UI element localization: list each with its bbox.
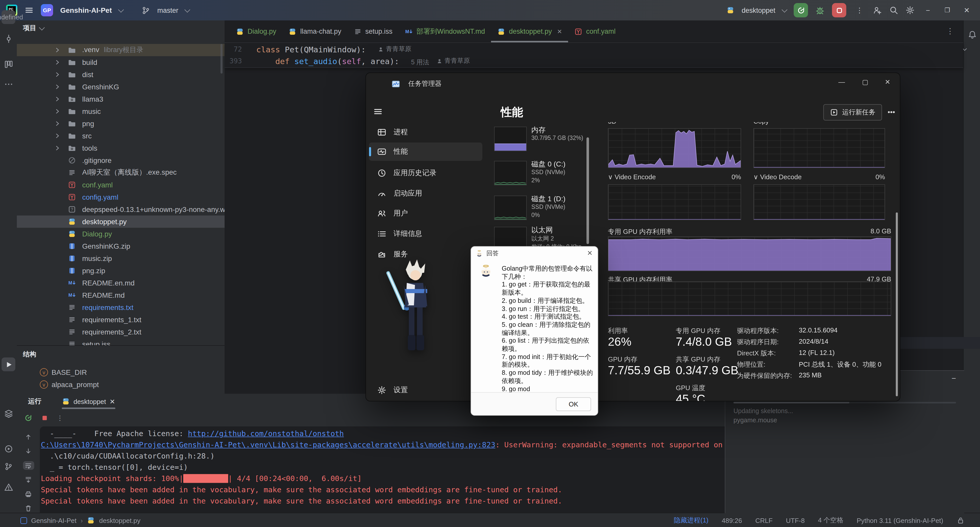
lock-icon[interactable] — [956, 516, 965, 524]
debug-button[interactable] — [815, 5, 825, 15]
tree-item-desktoppet.py[interactable]: desktoppet.py — [17, 215, 224, 228]
status-item-5[interactable]: Python 3.11 (Genshin-AI-Pet) — [857, 516, 943, 524]
console-scrolle-icon[interactable] — [23, 476, 34, 484]
tm-nav-用户[interactable]: 用户 — [369, 204, 482, 223]
run-config-selector[interactable]: desktoppet — [741, 6, 775, 14]
popup-minimize-icon[interactable]: − — [951, 374, 956, 382]
tm-close-button[interactable]: ✕ — [877, 73, 899, 91]
status-item-3[interactable]: UTF-8 — [786, 516, 805, 524]
tree-item-AI聊天室（离线版）.exe.spec[interactable]: AI聊天室（离线版）.exe.spec — [17, 167, 224, 179]
console-wrap-icon[interactable] — [23, 462, 34, 470]
layers-stripe-icon[interactable] — [2, 406, 15, 420]
kanban-stripe-icon[interactable] — [2, 57, 15, 71]
run-options-kebab[interactable]: ⋮ — [57, 414, 63, 422]
task-manager-titlebar[interactable]: 任务管理器 — ▢ ✕ — [366, 73, 900, 94]
tm-nav-burger-icon[interactable] — [373, 107, 383, 116]
settings-gear-icon[interactable] — [905, 6, 915, 15]
breadcrumb-file[interactable]: desktoppet.py — [99, 516, 140, 524]
close-tab-icon[interactable]: ✕ — [557, 28, 562, 35]
main-menu-burger-icon[interactable] — [24, 6, 34, 15]
search-everywhere-icon[interactable] — [889, 6, 898, 15]
sticky-line-393[interactable]: 393 def set_audio(self, area): 5 用法青青草原 — [224, 55, 963, 67]
tree-item-tools[interactable]: tools — [17, 142, 224, 154]
author-hint[interactable]: 青青草原 — [436, 55, 470, 67]
problems-stripe-icon[interactable] — [2, 480, 15, 494]
tree-item-requirements.txt[interactable]: requirements.txt — [17, 301, 224, 314]
commit-stripe-icon[interactable] — [2, 32, 15, 45]
editor-tab-部署到WindowsNT.md[interactable]: M 部署到WindowsNT.md — [399, 21, 491, 42]
tree-item-dist[interactable]: dist — [17, 68, 224, 81]
code-with-me-icon[interactable] — [873, 6, 882, 15]
vcs-branch-widget[interactable]: master — [157, 6, 178, 14]
more-actions-kebab[interactable]: ⋮ — [853, 6, 865, 14]
project-scrollbar[interactable] — [221, 44, 223, 73]
dialog-close-icon[interactable]: ✕ — [587, 249, 593, 257]
tm-run-new-task-button[interactable]: 运行新任务 — [823, 104, 882, 121]
tree-item-conf.yaml[interactable]: conf.yaml — [17, 179, 224, 191]
tm-minimize-button[interactable]: — — [830, 73, 853, 91]
tm-nav-启动应用[interactable]: 启动应用 — [369, 184, 482, 203]
editor-tab-conf.yaml[interactable]: conf.yaml — [568, 21, 622, 42]
console-up-icon[interactable] — [23, 433, 34, 441]
tm-entry-内存[interactable]: 内存30.7/95.7 GB (32%) — [494, 126, 587, 158]
more-stripe-icon[interactable] — [2, 77, 15, 91]
stop-icon[interactable] — [41, 414, 48, 422]
tm-entry-磁盘 0 (C:)[interactable]: 磁盘 0 (C:)SSD (NVMe)2% — [494, 160, 587, 193]
tree-item-png[interactable]: png — [17, 118, 224, 130]
console-down-icon[interactable] — [23, 447, 34, 455]
tree-item-README.md[interactable]: MREADME.md — [17, 289, 224, 301]
rerun-icon[interactable] — [24, 413, 33, 422]
project-widget[interactable]: Genshin-AI-Pet — [60, 6, 112, 14]
genshin-character-sprite[interactable] — [387, 258, 441, 353]
editor-tab-setup.iss[interactable]: setup.iss — [347, 21, 399, 42]
tree-item-build[interactable]: build — [17, 56, 224, 68]
sticky-line-72[interactable]: 72class Pet(QMainWindow): 青青草原 — [224, 43, 963, 55]
tab-options-kebab[interactable]: ⋮ — [946, 27, 954, 36]
usages-hint[interactable]: 5 用法 — [411, 56, 429, 68]
structure-item-BASE_DIR[interactable]: vBASE_DIR — [17, 366, 224, 378]
tm-settings-item[interactable]: 设置 — [377, 385, 408, 395]
tree-item-requirements_2.txt[interactable]: requirements_2.txt — [17, 326, 224, 338]
console-printer-icon[interactable] — [23, 490, 34, 498]
project-panel-title[interactable]: 项目 — [23, 24, 36, 33]
tree-item-README.en.md[interactable]: MREADME.en.md — [17, 277, 224, 289]
tm-list-scrollbar[interactable] — [587, 137, 589, 244]
author-hint[interactable]: 青青草原 — [378, 43, 411, 55]
status-item-0[interactable]: 隐藏进程(1) — [674, 516, 708, 525]
editor-tab-Dialog.py[interactable]: Dialog.py — [230, 21, 283, 42]
tm-detail-scrollbar[interactable] — [896, 212, 898, 396]
tree-item-requirements_1.txt[interactable]: requirements_1.txt — [17, 314, 224, 326]
servs-stripe-icon[interactable] — [2, 442, 15, 455]
tree-item-Dialog.py[interactable]: Dialog.py — [17, 228, 224, 240]
tree-item-png.zip[interactable]: png.zip — [17, 264, 224, 277]
editor-tab-desktoppet.py[interactable]: desktoppet.py✕ — [491, 21, 568, 42]
tree-item-src[interactable]: src — [17, 130, 224, 142]
play-stripe-icon[interactable] — [2, 357, 15, 371]
structure-item-alpaca_prompt[interactable]: valpaca_prompt — [17, 378, 224, 391]
tree-item-llama3[interactable]: llama3 — [17, 93, 224, 105]
run-tab-desktoppet[interactable]: desktoppet ✕ — [62, 394, 115, 409]
tree-item-deepspeed-0.13.1+unknown-py3-none-any.whl[interactable]: ?deepspeed-0.13.1+unknown-py3-none-any.w… — [17, 203, 224, 215]
tree-item-GenshinKG.zip[interactable]: GenshinKG.zip — [17, 240, 224, 252]
window-close-button[interactable]: ✕ — [961, 6, 973, 14]
tm-entry-磁盘 1 (D:)[interactable]: 磁盘 1 (D:)SSD (NVMe)0% — [494, 194, 587, 227]
tm-maximize-button[interactable]: ▢ — [854, 73, 877, 91]
tree-item-music[interactable]: music — [17, 105, 224, 118]
window-minimize-button[interactable]: − — [922, 6, 934, 14]
status-item-1[interactable]: 489:26 — [722, 516, 742, 524]
tree-item-config.yaml[interactable]: config.yaml — [17, 191, 224, 203]
status-item-2[interactable]: CRLF — [756, 516, 773, 524]
tm-nav-详细信息[interactable]: 详细信息 — [369, 225, 482, 243]
rerun-button[interactable] — [794, 3, 808, 18]
stop-button[interactable] — [832, 3, 846, 18]
tm-more-kebab[interactable]: ••• — [888, 108, 895, 116]
answer-dialog-titlebar[interactable]: 回答 ✕ — [471, 247, 598, 260]
tm-nav-应用历史记录[interactable]: 应用历史记录 — [369, 164, 482, 182]
console-trash-icon[interactable] — [23, 505, 34, 513]
tm-nav-性能[interactable]: 性能 — [369, 142, 482, 161]
breadcrumb-project[interactable]: Genshin-AI-Pet — [31, 516, 76, 524]
tree-item-.venv[interactable]: .venvlibrary根目录 — [17, 44, 224, 56]
notifications-bell-icon[interactable] — [965, 27, 979, 41]
status-item-4[interactable]: 4 个空格 — [818, 516, 843, 525]
tree-item-music.zip[interactable]: music.zip — [17, 252, 224, 264]
